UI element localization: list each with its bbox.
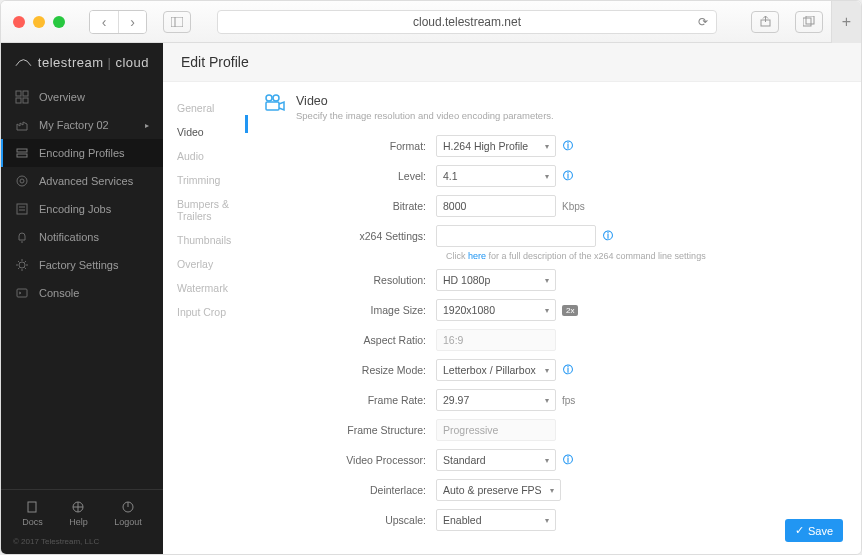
- svg-point-24: [266, 95, 272, 101]
- sidebar-item-encoding-profiles[interactable]: Encoding Profiles: [1, 139, 163, 167]
- url-bar[interactable]: cloud.telestream.net ⟳: [217, 10, 717, 34]
- format-select[interactable]: H.264 High Profile▾: [436, 135, 556, 157]
- url-text: cloud.telestream.net: [413, 15, 521, 29]
- framerate-select[interactable]: 29.97▾: [436, 389, 556, 411]
- resize-label: Resize Mode:: [264, 364, 436, 376]
- svg-point-12: [20, 179, 24, 183]
- docs-button[interactable]: Docs: [22, 500, 43, 527]
- maximize-window-button[interactable]: [53, 16, 65, 28]
- app: telestream | cloud Overview My Factory 0…: [1, 43, 861, 555]
- badge-2x: 2x: [562, 305, 578, 316]
- subnav-audio[interactable]: Audio: [177, 144, 245, 168]
- help-button[interactable]: Help: [69, 500, 88, 527]
- chevron-down-icon: ▾: [545, 276, 549, 285]
- bitrate-label: Bitrate:: [264, 200, 436, 212]
- sidebar-item-advanced-services[interactable]: Advanced Services: [1, 167, 163, 195]
- level-label: Level:: [264, 170, 436, 182]
- sidebar-nav: Overview My Factory 02▸ Encoding Profile…: [1, 81, 163, 489]
- sidebar-item-factory[interactable]: My Factory 02▸: [1, 111, 163, 139]
- chevron-down-icon: ▾: [545, 456, 549, 465]
- subnav-video[interactable]: Video: [177, 120, 245, 144]
- logout-button[interactable]: Logout: [114, 500, 142, 527]
- level-select[interactable]: 4.1▾: [436, 165, 556, 187]
- subnav-watermark[interactable]: Watermark: [177, 276, 245, 300]
- back-button[interactable]: ‹: [90, 11, 118, 33]
- framestruct-label: Frame Structure:: [264, 424, 436, 436]
- sidebar-item-overview[interactable]: Overview: [1, 83, 163, 111]
- upscale-label: Upscale:: [264, 514, 436, 526]
- upscale-select[interactable]: Enabled▾: [436, 509, 556, 531]
- gear-icon: [15, 258, 29, 272]
- sidebar-item-factory-settings[interactable]: Factory Settings: [1, 251, 163, 279]
- forward-button[interactable]: ›: [118, 11, 146, 33]
- svg-rect-3: [803, 18, 811, 26]
- close-window-button[interactable]: [13, 16, 25, 28]
- svg-rect-4: [806, 16, 814, 24]
- browser-chrome: ‹ › cloud.telestream.net ⟳ +: [1, 1, 861, 43]
- main: Edit Profile ×Esc General Video Audio Tr…: [163, 43, 861, 555]
- aspect-field: 16:9: [436, 329, 556, 351]
- info-icon[interactable]: ⓘ: [562, 454, 574, 466]
- console-icon: [15, 286, 29, 300]
- svg-point-16: [19, 262, 25, 268]
- brand-suffix: cloud: [115, 55, 149, 70]
- sidebar-item-console[interactable]: Console: [1, 279, 163, 307]
- section-subtitle: Specify the image resolution and video e…: [296, 110, 554, 121]
- info-icon[interactable]: ⓘ: [562, 170, 574, 182]
- resize-select[interactable]: Letterbox / Pillarbox▾: [436, 359, 556, 381]
- chevron-down-icon: ▾: [545, 516, 549, 525]
- sidebar-item-label: Notifications: [39, 231, 99, 243]
- save-button[interactable]: ✓ Save: [785, 519, 843, 542]
- svg-point-11: [17, 176, 27, 186]
- sidebar-footer: Docs Help Logout: [1, 489, 163, 533]
- logout-label: Logout: [114, 517, 142, 527]
- nav-buttons: ‹ ›: [89, 10, 147, 34]
- share-button[interactable]: [751, 11, 779, 33]
- chevron-down-icon: ▾: [545, 172, 549, 181]
- subnav-input-crop[interactable]: Input Crop: [177, 300, 245, 324]
- sidebar-item-label: My Factory 02: [39, 119, 109, 131]
- deinterlace-label: Deinterlace:: [264, 484, 436, 496]
- docs-icon: [25, 500, 39, 514]
- subnav-trimming[interactable]: Trimming: [177, 168, 245, 192]
- framerate-label: Frame Rate:: [264, 394, 436, 406]
- resolution-select[interactable]: HD 1080p▾: [436, 269, 556, 291]
- help-icon: [71, 500, 85, 514]
- info-icon[interactable]: ⓘ: [562, 140, 574, 152]
- format-label: Format:: [264, 140, 436, 152]
- sidebar-toggle-button[interactable]: [163, 11, 191, 33]
- chevron-down-icon: ▾: [545, 396, 549, 405]
- page-title: Edit Profile: [181, 54, 249, 70]
- tabs-button[interactable]: [795, 11, 823, 33]
- subnav-general[interactable]: General: [177, 96, 245, 120]
- imagesize-select[interactable]: 1920x1080▾: [436, 299, 556, 321]
- subnav-thumbnails[interactable]: Thumbnails: [177, 228, 245, 252]
- subnav-bumpers[interactable]: Bumpers & Trailers: [177, 192, 245, 228]
- processor-select[interactable]: Standard▾: [436, 449, 556, 471]
- svg-rect-5: [16, 91, 21, 96]
- content: General Video Audio Trimming Bumpers & T…: [163, 81, 861, 555]
- svg-rect-18: [28, 502, 36, 512]
- info-icon[interactable]: ⓘ: [562, 364, 574, 376]
- grid-icon: [15, 90, 29, 104]
- x264-hint-link[interactable]: here: [468, 251, 486, 261]
- brand-name: telestream: [38, 55, 104, 70]
- help-label: Help: [69, 517, 88, 527]
- x264-input[interactable]: [436, 225, 596, 247]
- minimize-window-button[interactable]: [33, 16, 45, 28]
- subnav-overlay[interactable]: Overlay: [177, 252, 245, 276]
- sidebar-item-notifications[interactable]: Notifications: [1, 223, 163, 251]
- deinterlace-select[interactable]: Auto & preserve FPS▾: [436, 479, 561, 501]
- svg-rect-7: [16, 98, 21, 103]
- bitrate-input[interactable]: 8000: [436, 195, 556, 217]
- reload-icon[interactable]: ⟳: [698, 15, 708, 29]
- browser-window: ‹ › cloud.telestream.net ⟳ + telestream …: [0, 0, 862, 555]
- x264-label: x264 Settings:: [264, 230, 436, 242]
- sidebar-item-encoding-jobs[interactable]: Encoding Jobs: [1, 195, 163, 223]
- jobs-icon: [15, 202, 29, 216]
- info-icon[interactable]: ⓘ: [602, 230, 614, 242]
- subnav: General Video Audio Trimming Bumpers & T…: [163, 82, 245, 555]
- new-tab-button[interactable]: +: [831, 1, 861, 43]
- svg-rect-0: [171, 17, 183, 27]
- chevron-down-icon: ▾: [545, 306, 549, 315]
